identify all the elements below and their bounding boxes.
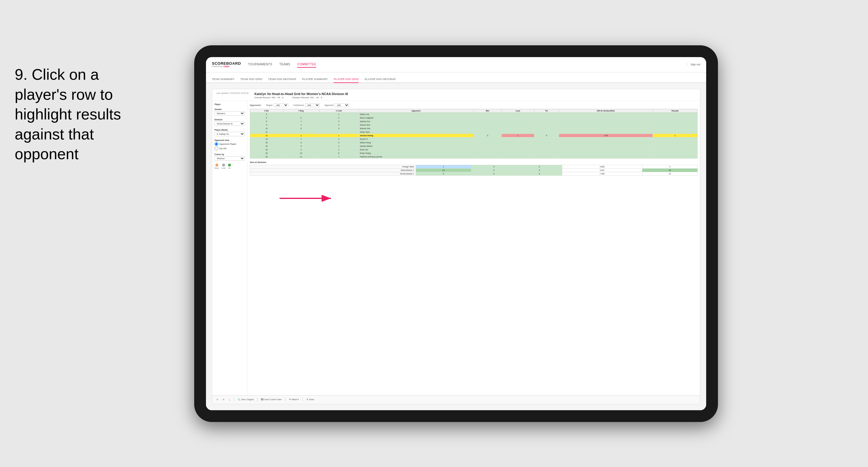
view-original-button[interactable]: 🔍 View: Original: [237, 398, 255, 401]
colour-by-label: Colour by: [215, 153, 245, 155]
ood-row-foreign[interactable]: Foreign Team 1 0 0 4.500 2: [250, 165, 698, 168]
ood-row-naia1[interactable]: NAIA Division 1 15 0 0 9.267 30: [250, 168, 698, 172]
gender-select[interactable]: Women's: [215, 111, 245, 116]
opponent-select[interactable]: (All): [335, 103, 349, 107]
table-row[interactable]: 18 2 2 Euna Lee: [250, 148, 698, 151]
conference-label: Conference: [293, 104, 304, 106]
player-rank-select[interactable]: 8. Katelyn Vo: [215, 132, 245, 136]
division-section: Division NCAA Division III: [215, 119, 245, 126]
color-dot-level: [222, 164, 225, 166]
radio-top100-label: Top 100: [219, 148, 226, 150]
col-loss: Loss: [502, 109, 534, 113]
last-updated-label: Last Updated: 27/03/2024 16:55:28: [216, 92, 249, 94]
player-rank-section: Player (Rank) 8. Katelyn Vo: [215, 129, 245, 136]
col-opponent: Opponent: [359, 109, 473, 113]
table-row[interactable]: 15 8 5 Stella Cheng: [250, 141, 698, 144]
table-row[interactable]: 5 2 2 Alexis Sudjianto: [250, 116, 698, 120]
tab-player-h2h-heatmap[interactable]: PLAYER H2H HEATMAP: [365, 76, 396, 83]
ood-row-ncaa2[interactable]: NCAA Division 2 5 0 0 7.400 10: [250, 172, 698, 176]
card-title-area: Katelyn Vo Head-to-Head Grid for Women's…: [249, 92, 696, 99]
color-level-label: Level: [221, 167, 225, 169]
ood-table: Foreign Team 1 0 0 4.500 2 NAIA Division…: [250, 165, 698, 176]
opponent-view-section: Opponent view Opponents Played Top 100: [215, 139, 245, 150]
left-sidebar: Player Gender Women's Division NCAA Divi…: [212, 101, 247, 395]
conference-filter: Conference (All): [293, 103, 319, 107]
grid-area: Opponents: Region (All) Conference (: [247, 101, 700, 395]
tab-player-h2h-grid[interactable]: PLAYER H2H GRID: [334, 76, 359, 83]
tab-team-summary[interactable]: TEAM SUMMARY: [212, 76, 235, 83]
conference-select[interactable]: (All): [305, 103, 320, 107]
nav-teams[interactable]: TEAMS: [279, 62, 290, 68]
h2h-table-head: # Div # Reg # Conf Opponent Win Loss Tie…: [250, 109, 698, 113]
colour-by-select[interactable]: Win/loss: [215, 156, 245, 161]
tablet-screen: SCOREBOARD Powered by clippd TOURNAMENTS…: [206, 57, 706, 410]
card-header: Last Updated: 27/03/2024 16:55:28 Kately…: [212, 89, 700, 101]
undo-button[interactable]: ↺: [215, 398, 219, 401]
ood-table-body: Foreign Team 1 0 0 4.500 2 NAIA Division…: [250, 165, 698, 176]
last-updated: Last Updated: 27/03/2024 16:55:28: [216, 92, 249, 99]
division-label: Division: [215, 119, 245, 121]
player-label: Player: [215, 103, 245, 105]
col-conf: # Conf: [319, 109, 359, 113]
nav-items: TOURNAMENTS TEAMS COMMITTEE: [248, 62, 680, 68]
toolbar-separator-3: [285, 398, 285, 402]
share-button[interactable]: ⬆ Share: [305, 398, 315, 401]
logo-name: SCOREBOARD: [212, 62, 241, 65]
save-custom-view-button[interactable]: 💾 Save Custom View: [260, 398, 283, 401]
color-dot-down: [215, 164, 218, 166]
col-div: # Div: [250, 109, 283, 113]
watch-button[interactable]: 👁 Watch ▾: [288, 398, 300, 401]
col-rounds: Rounds: [653, 109, 698, 113]
color-indicators: Down Level Up: [215, 164, 245, 169]
table-row[interactable]: 14 7 4 Eunice Yi: [250, 137, 698, 141]
player-rank-label: Player (Rank): [215, 129, 245, 131]
tab-team-h2h-heatmap[interactable]: TEAM H2H HEATMAP: [268, 76, 296, 83]
tablet-device: SCOREBOARD Powered by clippd TOURNAMENTS…: [194, 45, 718, 422]
dashboard-card: Last Updated: 27/03/2024 16:55:28 Kately…: [212, 89, 700, 404]
table-row[interactable]: 10 6 3 Andrea York: [250, 127, 698, 130]
nav-tournaments[interactable]: TOURNAMENTS: [248, 62, 273, 68]
redo-button[interactable]: ↻: [222, 398, 226, 401]
col-diff: Diff Av Strokes/Rnd: [559, 109, 653, 113]
tab-player-summary[interactable]: PLAYER SUMMARY: [302, 76, 328, 83]
col-reg: # Reg: [283, 109, 319, 113]
table-row[interactable]: 6 1 3 Sydney Kuo: [250, 120, 698, 123]
step-back-button[interactable]: ⤵: [228, 398, 231, 401]
selected-opponent-name: Jessica Huang: [359, 133, 473, 137]
color-level-group: Level: [221, 164, 225, 169]
color-down-label: Down: [215, 167, 219, 169]
opponent-filter: Opponent (All): [324, 103, 349, 107]
division-record: Division Record: 331 - 34 - 6: [292, 96, 322, 99]
table-row[interactable]: 19 10 6 Emily Chang: [250, 151, 698, 155]
top-nav: SCOREBOARD Powered by clippd TOURNAMENTS…: [206, 57, 706, 72]
tab-team-h2h-grid[interactable]: TEAM H2H GRID: [240, 76, 262, 83]
opponent-view-radios: Opponents Played Top 100: [215, 142, 245, 150]
opponents-filter-label: Opponents:: [250, 104, 261, 106]
table-row[interactable]: 16 9 1 Jessica Mason: [250, 144, 698, 148]
radio-opponents-played-input[interactable]: [215, 142, 218, 146]
color-up-label: Up: [228, 167, 231, 169]
division-select[interactable]: NCAA Division III: [215, 122, 245, 126]
card-body: Player Gender Women's Division NCAA Divi…: [212, 101, 700, 395]
radio-opponents-played[interactable]: Opponents Played: [215, 142, 245, 146]
opponent-view-label: Opponent view: [215, 139, 245, 141]
sign-out-button[interactable]: Sign out: [687, 63, 700, 66]
bottom-toolbar: ↺ ↻ ⤵ 🔍 View: Original 💾 Save Custom Vie…: [212, 395, 700, 404]
toolbar-separator-1: [234, 398, 234, 402]
table-row[interactable]: 3 1 Esther Lee: [250, 113, 698, 116]
nav-committee[interactable]: COMMITTEE: [297, 62, 316, 68]
toolbar-separator-2: [257, 398, 257, 402]
region-select[interactable]: (All): [274, 103, 288, 107]
table-row[interactable]: 11 Heeju Hyun: [250, 130, 698, 133]
color-down-group: Down: [215, 164, 219, 169]
filter-row: Opponents: Region (All) Conference (: [250, 103, 698, 107]
table-row[interactable]: 9 1 4 Sharon Mun: [250, 123, 698, 127]
gender-label: Gender: [215, 108, 245, 111]
radio-top100-input[interactable]: [215, 147, 218, 150]
radio-opponents-played-label: Opponents Played: [219, 143, 236, 145]
table-row-jessica-huang[interactable]: 13 1 1 Jessica Huang 0 1 0 -3.00 2: [250, 133, 698, 137]
table-row[interactable]: 20 11 7 Federica Domecq Lacroze: [250, 155, 698, 158]
h2h-header-row: # Div # Reg # Conf Opponent Win Loss Tie…: [250, 109, 698, 113]
radio-top100[interactable]: Top 100: [215, 147, 245, 150]
color-up-group: Up: [228, 164, 231, 169]
